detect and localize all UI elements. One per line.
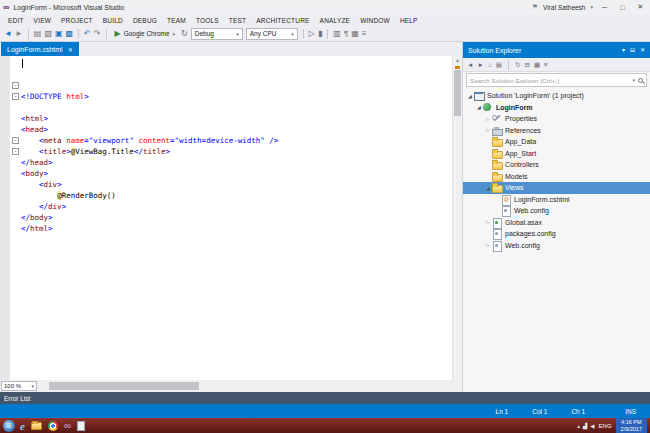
menu-item-project[interactable]: PROJECT bbox=[56, 17, 98, 24]
tree-item-solution-loginform-1-project[interactable]: ◢Solution 'LoginForm' (1 project) bbox=[463, 90, 650, 102]
menu-item-tools[interactable]: TOOLS bbox=[191, 17, 224, 24]
menu-item-help[interactable]: HELP bbox=[395, 17, 423, 24]
close-icon[interactable]: ✕ bbox=[640, 45, 645, 55]
tab-close-icon[interactable]: ✕ bbox=[68, 46, 73, 53]
network-icon[interactable]: ▟ bbox=[583, 421, 587, 431]
notepad-icon[interactable] bbox=[77, 421, 85, 431]
switch-views-icon[interactable]: ▤ bbox=[496, 60, 502, 70]
menu-item-analyze[interactable]: ANALYZE bbox=[315, 17, 356, 24]
menu-item-build[interactable]: BUILD bbox=[98, 17, 128, 24]
tree-item-web-config[interactable]: ▷Web.config bbox=[463, 240, 650, 252]
signed-in-user[interactable]: Virat Satheesh bbox=[543, 4, 586, 11]
scroll-up-icon[interactable]: ▲ bbox=[453, 56, 462, 64]
back-icon[interactable]: ◄ bbox=[4, 29, 12, 39]
feedback-flag-icon[interactable]: ⚑ bbox=[532, 3, 538, 11]
volume-icon[interactable]: ◀ bbox=[590, 421, 594, 431]
window-position-icon[interactable]: ▾ bbox=[622, 45, 625, 55]
tree-expander-icon[interactable]: ◢ bbox=[475, 104, 483, 110]
scrollbar-thumb[interactable] bbox=[49, 382, 199, 390]
tree-item-loginform-cshtml[interactable]: LoginForm.cshtml bbox=[463, 194, 650, 206]
solution-explorer-header[interactable]: Solution Explorer ▾⊟✕ bbox=[463, 42, 650, 58]
minimize-button[interactable]: ─ bbox=[598, 4, 611, 11]
clock[interactable]: 4:16 PM 2/9/2017 bbox=[616, 418, 647, 433]
tree-item-loginform[interactable]: ◢LoginForm bbox=[463, 102, 650, 114]
solution-configuration-dropdown[interactable]: Debug ▾ bbox=[191, 28, 243, 40]
error-list-title: Error List bbox=[4, 395, 30, 402]
save-icon[interactable]: ▣ bbox=[55, 29, 63, 39]
menu-item-debug[interactable]: DEBUG bbox=[128, 17, 162, 24]
close-button[interactable]: ✕ bbox=[634, 3, 647, 11]
user-menu-caret-icon[interactable]: ▾ bbox=[590, 4, 593, 10]
language-indicator[interactable]: ENG bbox=[599, 423, 612, 429]
tree-expander-icon[interactable]: ▷ bbox=[484, 116, 492, 122]
properties-icon[interactable]: ≡ bbox=[544, 60, 548, 70]
refresh-icon[interactable]: ↻ bbox=[181, 29, 188, 39]
fold-toggle-icon[interactable]: - bbox=[12, 82, 19, 89]
zoom-dropdown[interactable]: 100 % ▾ bbox=[1, 381, 37, 391]
tree-item-controllers[interactable]: Controllers bbox=[463, 159, 650, 171]
menu-item-view[interactable]: VIEW bbox=[29, 17, 56, 24]
start-button[interactable]: ⊞ bbox=[3, 420, 15, 432]
tree-item-web-config[interactable]: Web.config bbox=[463, 205, 650, 217]
tree-item-app-start[interactable]: App_Start bbox=[463, 148, 650, 160]
bookmark-icon[interactable]: ▦ bbox=[351, 29, 359, 39]
tree-item-views[interactable]: ◢Views bbox=[463, 182, 650, 194]
browser-target-caret-icon[interactable]: ▾ bbox=[173, 31, 176, 37]
back-icon[interactable]: ◄ bbox=[467, 60, 473, 70]
menu-item-architecture[interactable]: ARCHITECTURE bbox=[251, 17, 314, 24]
tab-loginform-cshtml[interactable]: LoginForm.cshtml ✕ bbox=[1, 42, 79, 56]
comment-icon[interactable]: ¶ bbox=[344, 29, 348, 39]
tree-item-packages-config[interactable]: packages.config bbox=[463, 228, 650, 240]
start-debug-button[interactable]: ▶ Google Chrome ▾ bbox=[112, 28, 179, 39]
tree-expander-icon[interactable]: ▷ bbox=[484, 219, 492, 225]
home-icon[interactable]: ⌂ bbox=[488, 60, 492, 70]
code-editor[interactable]: ---- <!DOCTYPE html> <html><head> <meta … bbox=[0, 56, 462, 380]
collapse-all-icon[interactable]: ⊟ bbox=[524, 60, 529, 70]
fold-toggle-icon[interactable]: - bbox=[12, 148, 19, 155]
navigate-icon[interactable]: ≡ bbox=[362, 29, 367, 39]
error-list-bar[interactable]: Error List bbox=[0, 392, 650, 404]
horizontal-scrollbar[interactable] bbox=[39, 381, 462, 391]
tree-item-app-data[interactable]: App_Data bbox=[463, 136, 650, 148]
code-text-area[interactable]: <!DOCTYPE html> <html><head> <meta name=… bbox=[21, 56, 452, 380]
menu-item-edit[interactable]: EDIT bbox=[3, 17, 29, 24]
internet-explorer-icon[interactable]: e bbox=[20, 420, 25, 432]
menu-item-test[interactable]: TEST bbox=[224, 17, 251, 24]
forward-icon[interactable]: ► bbox=[477, 60, 483, 70]
tree-item-models[interactable]: Models bbox=[463, 171, 650, 183]
tree-expander-icon[interactable]: ◢ bbox=[484, 185, 492, 191]
auto-hide-pin-icon[interactable]: ⊟ bbox=[630, 45, 635, 55]
chrome-icon[interactable] bbox=[48, 421, 58, 431]
visual-studio-icon[interactable]: ∞ bbox=[64, 420, 71, 432]
menu-item-team[interactable]: TEAM bbox=[162, 17, 191, 24]
menu-item-window[interactable]: WINDOW bbox=[355, 17, 395, 24]
tree-item-properties[interactable]: ▷Properties bbox=[463, 113, 650, 125]
fold-toggle-icon[interactable]: - bbox=[12, 93, 19, 100]
maximize-button[interactable]: □ bbox=[616, 4, 629, 11]
start-without-debugging-icon[interactable]: ▷ bbox=[309, 29, 315, 39]
break-all-icon[interactable]: ▮ bbox=[318, 29, 322, 39]
undo-icon[interactable]: ↶ bbox=[84, 29, 91, 39]
new-file-icon[interactable]: ▤ bbox=[34, 29, 42, 39]
vertical-scrollbar[interactable]: ▲ bbox=[452, 56, 462, 380]
solution-platform-dropdown[interactable]: Any CPU ▾ bbox=[246, 28, 298, 40]
open-file-icon[interactable]: ▧ bbox=[44, 29, 52, 39]
tree-expander-icon[interactable]: ▷ bbox=[484, 242, 492, 248]
redo-icon[interactable]: ↷ bbox=[94, 29, 101, 39]
tree-item-references[interactable]: ▷References bbox=[463, 125, 650, 137]
forward-icon[interactable]: ► bbox=[15, 29, 23, 39]
tree-expander-icon[interactable]: ▷ bbox=[484, 127, 492, 133]
find-in-files-icon[interactable]: ▥ bbox=[333, 29, 341, 39]
search-scope-caret-icon[interactable]: ▾ bbox=[632, 77, 635, 83]
show-hidden-icons-icon[interactable]: ▴ bbox=[577, 421, 580, 431]
breakpoint-margin[interactable] bbox=[0, 56, 10, 380]
scrollbar-thumb[interactable] bbox=[454, 70, 461, 116]
show-all-files-icon[interactable]: ▦ bbox=[534, 60, 540, 70]
solution-explorer-search-input[interactable]: Search Solution Explorer (Ctrl+;) ▾ bbox=[466, 73, 647, 87]
save-all-icon[interactable]: ▩ bbox=[66, 29, 74, 39]
tree-expander-icon[interactable]: ◢ bbox=[466, 93, 474, 99]
file-explorer-icon[interactable] bbox=[31, 422, 42, 430]
sync-with-active-document-icon[interactable]: ↻ bbox=[515, 60, 520, 70]
tree-item-global-asax[interactable]: ▷Global.asax bbox=[463, 217, 650, 229]
fold-toggle-icon[interactable]: - bbox=[12, 137, 19, 144]
